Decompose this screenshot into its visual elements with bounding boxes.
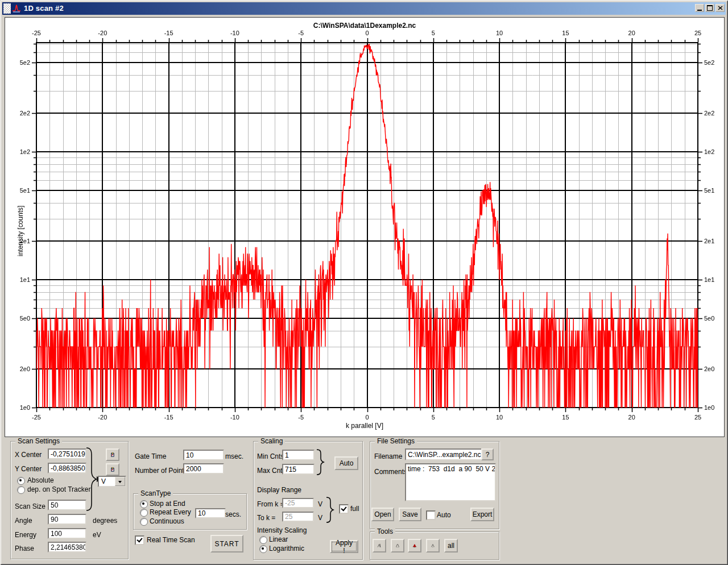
peak-marker-icon bbox=[431, 540, 435, 551]
y-center-label: Y Center bbox=[15, 465, 42, 473]
points-field[interactable]: 2000 bbox=[183, 463, 224, 474]
window-pattern-icon bbox=[3, 3, 11, 14]
gate-time-label: Gate Time bbox=[135, 452, 166, 460]
real-time-scan-label: Real Time Scan bbox=[147, 536, 195, 544]
stop-at-end-label: Stop at End bbox=[150, 500, 185, 508]
max-counts-field[interactable]: 715 bbox=[282, 464, 315, 475]
peak-cursor-icon bbox=[377, 540, 382, 551]
full-range-checkbox[interactable] bbox=[339, 504, 349, 514]
file-settings-title: File Settings bbox=[375, 437, 417, 445]
x-center-label: X Center bbox=[15, 451, 42, 459]
peak-fit-icon bbox=[395, 540, 400, 551]
close-button[interactable] bbox=[715, 4, 725, 12]
plot-title: C:\WinSPA\data\1Dexample2.nc bbox=[5, 22, 724, 30]
y-center-field[interactable]: -0,8863850 bbox=[48, 463, 86, 473]
window-title: 1D scan #2 bbox=[24, 4, 64, 13]
absolute-radio[interactable] bbox=[17, 477, 25, 485]
start-button[interactable]: START bbox=[210, 535, 243, 552]
tool-all-peaks-button[interactable]: all bbox=[444, 539, 458, 552]
save-button[interactable]: Save bbox=[399, 508, 421, 521]
app-icon bbox=[12, 4, 21, 13]
continuous-label: Continuous bbox=[150, 517, 184, 525]
angle-field[interactable]: 90 bbox=[48, 514, 86, 525]
filename-field[interactable]: C:\WinSP...example2.nc bbox=[405, 448, 483, 460]
energy-unit-label: eV bbox=[93, 531, 101, 539]
spot-tracker-label: dep. on Spot Tracker bbox=[27, 485, 90, 493]
open-button[interactable]: Open bbox=[371, 508, 394, 521]
export-button[interactable]: Export bbox=[470, 508, 494, 521]
maximize-button[interactable] bbox=[705, 4, 714, 12]
scan-plot[interactable] bbox=[5, 18, 723, 435]
to-k-label: To k = bbox=[257, 514, 275, 522]
from-k-field[interactable]: -25 bbox=[282, 498, 314, 508]
range-brace bbox=[325, 496, 334, 524]
phase-label: Phase bbox=[15, 545, 34, 552]
copy-x-center-button[interactable] bbox=[106, 448, 119, 461]
scaling-title: Scaling bbox=[258, 437, 285, 445]
copy-y-center-button[interactable] bbox=[106, 463, 119, 476]
clipboard-icon bbox=[110, 465, 115, 474]
gate-time-field[interactable]: 10 bbox=[183, 450, 224, 460]
unit-dropdown[interactable]: V bbox=[98, 476, 126, 487]
stop-at-end-radio[interactable] bbox=[140, 500, 148, 508]
absolute-label: Absolute bbox=[27, 476, 54, 484]
linear-label: Linear bbox=[269, 535, 288, 543]
auto-scale-button[interactable]: Auto bbox=[334, 456, 358, 470]
minimize-icon bbox=[697, 10, 702, 11]
from-k-label: From k = bbox=[257, 500, 284, 508]
tool-peak-marker-button[interactable] bbox=[426, 539, 440, 552]
close-icon bbox=[718, 6, 723, 10]
scan-settings-title: Scan Settings bbox=[15, 437, 62, 445]
filename-help-button[interactable]: ? bbox=[481, 448, 494, 460]
scan-size-label: Scan Size bbox=[15, 502, 46, 510]
tool-peak-cursor-button[interactable] bbox=[373, 539, 386, 552]
title-bar[interactable]: 1D scan #2 bbox=[2, 2, 726, 15]
x-axis-label: k parallel [V] bbox=[5, 422, 724, 430]
to-volt-unit: V bbox=[318, 514, 322, 522]
auto-save-checkbox[interactable] bbox=[426, 510, 436, 520]
from-volt-unit: V bbox=[318, 500, 322, 508]
logarithmic-label: Logarithmic bbox=[269, 545, 304, 552]
gate-time-unit-label: msec. bbox=[225, 452, 243, 460]
linear-radio[interactable] bbox=[259, 536, 267, 544]
spot-tracker-radio[interactable] bbox=[17, 486, 25, 494]
minimize-button[interactable] bbox=[695, 4, 704, 12]
phase-field[interactable]: 2,21465380 bbox=[48, 542, 86, 552]
angle-unit-label: degrees bbox=[93, 517, 117, 525]
energy-label: Energy bbox=[15, 531, 36, 539]
full-range-label: full bbox=[350, 505, 359, 513]
to-k-field[interactable]: 25 bbox=[282, 512, 314, 522]
repeat-every-radio[interactable] bbox=[140, 509, 148, 517]
maximize-icon bbox=[707, 5, 713, 11]
continuous-radio[interactable] bbox=[140, 518, 148, 526]
x-center-field[interactable]: -0,2751019 bbox=[48, 448, 86, 459]
auto-save-label: Auto bbox=[437, 511, 451, 519]
tool-peak-select-button[interactable] bbox=[408, 539, 421, 552]
tools-title: Tools bbox=[375, 527, 395, 535]
real-time-scan-checkbox[interactable] bbox=[135, 535, 144, 545]
repeat-every-label: Repeat Every bbox=[150, 508, 191, 516]
app-window: { "window": { "title": "1D scan #2" }, "… bbox=[0, 0, 728, 565]
repeat-secs-field[interactable]: 10 bbox=[195, 508, 226, 518]
logarithmic-radio[interactable] bbox=[259, 545, 267, 553]
comments-field[interactable]: time : 753 d1d a 90 50 V 2k bbox=[405, 463, 496, 501]
filename-label: Filename bbox=[374, 452, 402, 460]
peak-filled-icon bbox=[412, 540, 417, 551]
min-counts-field[interactable]: 1 bbox=[282, 450, 315, 460]
scan-size-field[interactable]: 50 bbox=[48, 500, 86, 510]
angle-label: Angle bbox=[15, 517, 32, 525]
display-range-label: Display Range bbox=[257, 486, 301, 494]
scan-type-title: ScanType bbox=[138, 489, 173, 497]
repeat-unit-label: secs. bbox=[225, 510, 241, 518]
unit-dropdown-value: V bbox=[99, 477, 115, 485]
chevron-down-icon[interactable] bbox=[115, 477, 125, 486]
clipboard-icon bbox=[110, 450, 115, 459]
comments-label: Comments bbox=[374, 468, 407, 476]
apply-button[interactable]: Apply ! bbox=[330, 540, 358, 553]
points-label: Number of Points bbox=[135, 467, 188, 475]
energy-field[interactable]: 100 bbox=[48, 528, 86, 539]
intensity-scaling-label: Intensity Scaling bbox=[257, 526, 307, 534]
plot-panel: C:\WinSPA\data\1Dexample2.nc k parallel … bbox=[5, 17, 725, 437]
tool-peak-fit-button[interactable] bbox=[391, 539, 404, 552]
counts-brace bbox=[316, 448, 325, 476]
